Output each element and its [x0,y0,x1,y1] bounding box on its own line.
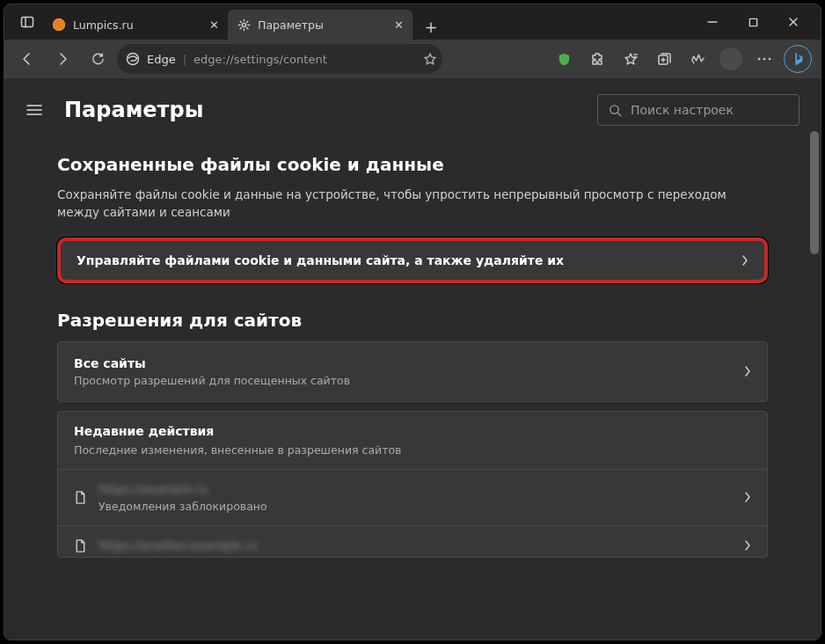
cookies-section: Сохраненные файлы cookie и данные Сохран… [4,145,821,301]
back-button[interactable] [11,44,43,74]
gear-icon [237,18,251,32]
profile-button[interactable] [715,44,747,74]
recent-item[interactable]: https://example.ru Уведомления заблокиро… [58,469,767,525]
page-title: Параметры [64,98,203,122]
close-window-button[interactable] [773,8,814,36]
tab-lumpics[interactable]: Lumpics.ru ✕ [43,10,228,40]
close-icon[interactable]: ✕ [209,18,219,32]
address-label: Edge [147,53,176,66]
file-icon [74,490,86,505]
file-icon [74,538,86,553]
permissions-section: Разрешения для сайтов Все сайты Просмотр… [4,301,821,575]
favorites-icon[interactable] [615,44,646,74]
manage-cookies-card[interactable]: Управляйте файлами cookie и данными сайт… [57,238,768,283]
scrollbar-thumb[interactable] [810,131,819,254]
recent-item-url: https://example.ru [99,482,732,496]
tab-bar: Lumpics.ru ✕ Параметры ✕ + [4,4,821,40]
collections-icon[interactable] [648,44,680,74]
section-heading: Разрешения для сайтов [57,310,768,331]
forward-button[interactable] [47,44,78,74]
card-title: Все сайты [74,356,350,370]
recent-item-url: https://another.example.ru [99,538,732,553]
favicon-lumpics [52,18,66,32]
card-title: Недавние действия [74,424,751,438]
tab-actions-button[interactable] [11,15,43,29]
new-tab-button[interactable]: + [418,13,444,40]
settings-header: Параметры Поиск настроек [4,78,821,145]
menu-button[interactable] [748,44,780,74]
svg-line-20 [617,113,620,115]
tabs: Lumpics.ru ✕ Параметры ✕ + [43,4,444,40]
search-placeholder: Поиск настроек [631,103,734,117]
card-subtitle: Последние изменения, внесенные в разреше… [74,443,751,457]
hamburger-button[interactable] [18,94,50,126]
refresh-button[interactable] [82,44,113,74]
recent-item[interactable]: https://another.example.ru [58,525,767,557]
extensions-icon[interactable] [581,44,613,74]
recent-header: Недавние действия Последние изменения, в… [58,412,767,469]
settings-content: Параметры Поиск настроек Сохраненные фай… [4,78,821,640]
svg-point-14 [763,58,766,61]
chevron-right-icon [741,254,748,267]
favorite-icon[interactable] [423,52,437,66]
toolbar: Edge | edge://settings/content [4,40,821,78]
window-controls [692,8,814,36]
svg-point-15 [769,58,771,61]
performance-icon[interactable] [682,44,713,74]
chevron-right-icon [744,539,751,552]
chevron-right-icon [744,365,751,377]
edge-icon [126,52,140,66]
search-icon [609,104,622,117]
chevron-right-icon [744,491,751,503]
all-sites-card[interactable]: Все сайты Просмотр разрешений для посеще… [57,341,768,402]
shield-icon[interactable] [548,44,580,74]
toolbar-right [548,44,814,74]
minimize-button[interactable] [692,8,733,36]
card-subtitle: Просмотр разрешений для посещенных сайто… [74,374,350,387]
content-area: Параметры Поиск настроек Сохраненные фай… [4,78,821,640]
tab-title: Lumpics.ru [73,18,134,32]
tab-settings[interactable]: Параметры ✕ [228,10,412,40]
scrollbar[interactable] [808,78,821,640]
recent-item-status: Уведомления заблокировано [99,500,732,513]
separator: | [183,53,186,66]
browser-window: Lumpics.ru ✕ Параметры ✕ + Edge | [4,4,821,640]
close-icon[interactable]: ✕ [394,18,404,32]
svg-rect-0 [22,18,33,27]
search-input[interactable]: Поиск настроек [597,94,799,126]
section-description: Сохраняйте файлы cookie и данные на устр… [57,186,768,222]
recent-activity-card: Недавние действия Последние изменения, в… [57,411,768,558]
svg-point-2 [242,23,245,26]
svg-rect-4 [749,18,756,26]
tab-title: Параметры [258,18,324,32]
maximize-button[interactable] [733,8,773,36]
card-title: Управляйте файлами cookie и данными сайт… [77,253,564,267]
address-bar[interactable]: Edge | edge://settings/content [117,44,442,74]
section-heading: Сохраненные файлы cookie и данные [57,154,768,175]
bing-button[interactable] [782,44,814,74]
address-url: edge://settings/content [193,53,416,66]
svg-point-13 [758,58,761,61]
